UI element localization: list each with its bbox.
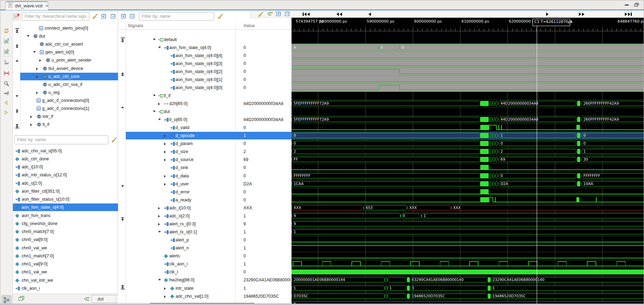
value-column-header[interactable]: Value	[243, 23, 255, 28]
fast-backward-button[interactable]	[336, 12, 342, 17]
internal-signal-icon	[170, 294, 174, 300]
radix-wave-button-icon[interactable]: #	[3, 59, 10, 65]
expand-arrow-icon[interactable]	[30, 115, 32, 118]
output-port-icon	[170, 246, 175, 252]
signals-filter-input[interactable]	[139, 12, 214, 21]
expand-arrow-icon[interactable]	[164, 175, 166, 178]
hierarchy-filter-input[interactable]	[22, 12, 90, 21]
hierarchy-expand-all-button[interactable]	[101, 14, 107, 20]
signals-column-header[interactable]: Signals	[128, 23, 143, 28]
tab-dvt-wave-vcd[interactable]: dvt_wave.vcd ×	[5, 1, 48, 10]
signal-filter-input[interactable]	[14, 135, 108, 144]
tab-close-icon[interactable]: ×	[46, 3, 48, 8]
signals-clear-filter-button[interactable]	[217, 13, 224, 21]
scroll-bar-down-icon[interactable]	[120, 285, 125, 289]
collapse-arrow-icon[interactable]	[27, 35, 30, 37]
signal-clear-filter-button[interactable]	[111, 137, 117, 145]
expand-arrow-icon[interactable]	[164, 295, 166, 298]
collapse-arrow-icon[interactable]	[153, 95, 156, 96]
fast-forward-button[interactable]	[579, 12, 584, 17]
expand-all-icon[interactable]	[276, 11, 281, 18]
next-marker-button-icon[interactable]	[3, 110, 10, 116]
expand-arrow-icon[interactable]	[158, 215, 160, 218]
collapse-all-icon[interactable]	[285, 11, 290, 18]
expand-arrow-icon[interactable]	[158, 103, 160, 105]
expand-arrow-icon[interactable]	[164, 143, 166, 145]
restore-button[interactable]	[634, 3, 639, 7]
signal-name: dut	[164, 109, 170, 114]
collapse-arrow-icon[interactable]	[158, 279, 161, 281]
add-group-icon[interactable]	[267, 11, 273, 18]
expand-arrow-icon[interactable]	[158, 223, 160, 226]
timeline-minor-tick	[616, 29, 617, 31]
load-waveset-button-icon[interactable]	[3, 48, 10, 55]
go-last-button[interactable]	[625, 12, 632, 17]
step-forward-button[interactable]	[546, 12, 549, 17]
scroll-dbl-up-icon[interactable]	[14, 44, 20, 48]
tab-title: dvt_wave.vcd	[15, 3, 42, 8]
collapse-arrow-icon[interactable]	[33, 51, 36, 53]
scroll-bar-up-icon[interactable]	[14, 28, 20, 32]
transition-burst	[488, 277, 490, 282]
signals-expand-all-button[interactable]	[121, 14, 126, 20]
scroll-bar-down-icon[interactable]	[14, 124, 20, 128]
expand-arrow-icon[interactable]	[36, 67, 38, 70]
step-backward-button[interactable]	[368, 12, 371, 17]
clear-filter-icon[interactable]	[257, 11, 264, 19]
collapse-arrow-icon[interactable]	[158, 231, 161, 233]
collapse-arrow-icon[interactable]	[158, 119, 161, 120]
output-port-icon	[170, 182, 175, 188]
reload-button-icon[interactable]	[3, 28, 10, 34]
bit-line	[580, 129, 644, 130]
expand-arrow-icon[interactable]	[164, 135, 166, 137]
bit-line	[616, 261, 626, 262]
expand-arrow-icon[interactable]	[164, 151, 166, 153]
expand-arrow-icon[interactable]	[164, 183, 166, 186]
vcd-source-button[interactable]	[13, 13, 21, 21]
scroll-up-icon[interactable]	[120, 105, 125, 110]
expand-arrow-icon[interactable]	[39, 59, 41, 62]
expand-arrow-icon[interactable]	[36, 75, 38, 78]
hierarchy-clear-filter-button[interactable]	[92, 13, 98, 21]
new-window-button[interactable]	[18, 296, 24, 303]
collapse-arrow-icon[interactable]	[153, 39, 156, 40]
expand-arrow-icon[interactable]	[158, 207, 160, 210]
scroll-down-icon[interactable]	[14, 94, 20, 98]
scroll-up-icon[interactable]	[14, 59, 20, 63]
cursor-marker-line[interactable]	[537, 18, 537, 304]
cursor-marker-label[interactable]: C1 T=626112870ps	[533, 19, 570, 26]
wave-row-2	[292, 52, 644, 60]
expand-arrow-icon[interactable]	[36, 91, 38, 94]
scroll-dbl-up-icon[interactable]	[120, 72, 125, 77]
bit-line	[322, 261, 331, 262]
prev-marker-button-icon[interactable]	[3, 100, 10, 106]
zoom-button-icon[interactable]	[3, 81, 10, 87]
bus-transition	[490, 173, 492, 178]
collapse-arrow-icon[interactable]	[158, 47, 161, 48]
fit-width-button-icon[interactable]	[3, 70, 10, 77]
signal-name: aon_fsm_state_o[4:0][4]	[176, 53, 222, 58]
scroll-bar-up-icon[interactable]	[120, 38, 125, 42]
expand-arrow-icon[interactable]	[164, 159, 166, 161]
expand-arrow-icon[interactable]	[164, 287, 166, 290]
signals-collapse-all-button[interactable]	[130, 14, 135, 20]
expand-arrow-icon[interactable]	[30, 123, 32, 126]
timeline-minor-tick	[612, 29, 612, 31]
transition-burst	[577, 173, 580, 178]
hierarchy-toggle-button[interactable]	[2, 295, 11, 304]
save-waveset-button-icon[interactable]	[3, 38, 10, 44]
bus-transition	[495, 149, 498, 154]
goto-time-button-icon[interactable]: t	[3, 90, 10, 97]
tree-item-label: u_adc_ctrl_sva_if	[48, 82, 82, 87]
scroll-down-icon[interactable]	[120, 184, 125, 188]
minimize-button[interactable]	[624, 3, 629, 7]
go-first-button[interactable]	[303, 12, 310, 17]
scroll-dbl-down-icon[interactable]	[120, 217, 125, 222]
collapse-arrow-icon[interactable]	[153, 111, 156, 112]
signal-name: aon_fsm_state_o[4:0]	[169, 45, 211, 50]
hierarchy-collapse-all-button[interactable]	[110, 14, 116, 20]
scroll-dbl-down-icon[interactable]	[14, 110, 20, 114]
waveform-canvas[interactable]: 574394757 ps580000000 ps590000000 ps6000…	[292, 18, 644, 304]
output-port-icon	[170, 133, 175, 139]
output-port-icon	[170, 77, 175, 83]
